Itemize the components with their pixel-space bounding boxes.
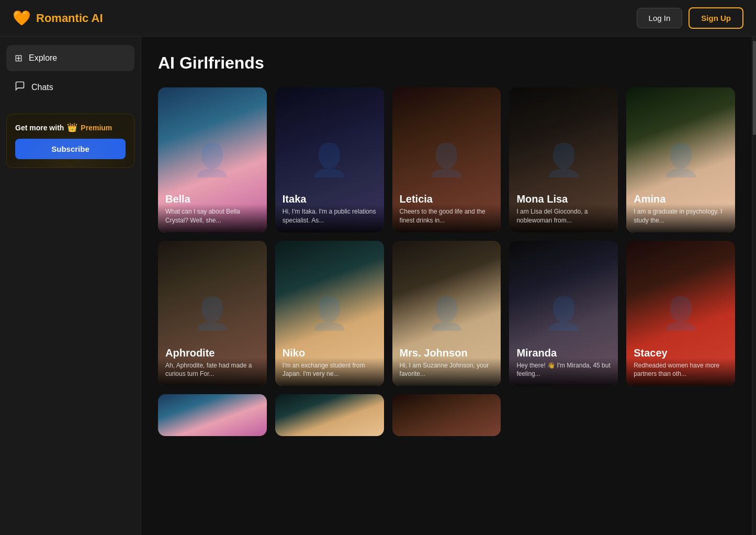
card-niko-name: Niko [283,347,377,359]
card-amina-desc: I am a graduate in psychology. I study t… [634,207,728,225]
sidebar-item-explore-label: Explore [29,53,57,63]
card-mrsjohnson-name: Mrs. Johnson [400,347,494,359]
card-itaka-name: Itaka [283,193,377,205]
cards-row-2: 👤AphroditeAh, Aphrodite, fate had made a… [158,241,735,386]
card-bella-name: Bella [165,193,259,205]
cards-row-3-partial [158,394,735,436]
cards-row-1: 👤BellaWhat can I say about Bella Crystal… [158,87,735,232]
sidebar-item-chats[interactable]: Chats [6,73,134,101]
card-miranda[interactable]: 👤MirandaHey there! 👋 I'm Miranda, 45 but… [509,241,618,386]
card-itaka[interactable]: 👤ItakaHi, I'm Itaka. I'm a public relati… [275,87,384,232]
header-actions: Log In Sign Up [637,7,743,29]
card-stacey[interactable]: 👤StaceyRedheaded women have more partner… [626,241,735,386]
card-monalisa-name: Mona Lisa [516,193,611,205]
card-mrsjohnson-desc: Hi, I am Suzanne Johnson, your favorite.… [400,361,494,379]
card-leticia[interactable]: 👤LeticiaCheers to the good life and the … [392,87,501,232]
card-aphrodite-name: Aphrodite [165,347,259,359]
login-button[interactable]: Log In [637,8,683,28]
card-niko-desc: I'm an exchange student from Japan. I'm … [283,361,377,379]
premium-label: Premium [81,124,112,132]
card-amina-name: Amina [634,193,728,205]
card-aphrodite[interactable]: 👤AphroditeAh, Aphrodite, fate had made a… [158,241,267,386]
main-content: AI Girlfriends 👤BellaWhat can I say abou… [141,37,752,535]
header: 🧡 Romantic AI Log In Sign Up [0,0,756,37]
card-bella-desc: What can I say about Bella Crystal? Well… [165,207,259,225]
sidebar-item-explore[interactable]: ⊞ Explore [6,45,134,71]
card-niko[interactable]: 👤NikoI'm an exchange student from Japan.… [275,241,384,386]
signup-button[interactable]: Sign Up [689,7,743,29]
card-partial-2[interactable] [275,394,384,436]
card-miranda-name: Miranda [516,347,611,359]
chats-icon [15,81,25,94]
sidebar-item-chats-label: Chats [31,83,53,92]
subscribe-button[interactable]: Subscribe [15,139,126,159]
page-title: AI Girlfriends [158,53,735,73]
sidebar: ⊞ Explore Chats Get more with 👑 Premium … [0,37,141,535]
card-partial-1[interactable] [158,394,267,436]
card-leticia-name: Leticia [400,193,494,205]
heart-icon: 🧡 [13,9,31,27]
card-itaka-desc: Hi, I'm Itaka. I'm a public relations sp… [283,207,377,225]
card-monalisa[interactable]: 👤Mona LisaI am Lisa del Giocondo, a nobl… [509,87,618,232]
premium-banner: Get more with 👑 Premium Subscribe [6,114,134,168]
card-leticia-desc: Cheers to the good life and the finest d… [400,207,494,225]
crown-icon: 👑 [67,122,77,132]
premium-text: Get more with 👑 Premium [15,122,126,132]
layout: ⊞ Explore Chats Get more with 👑 Premium … [0,37,756,535]
card-stacey-desc: Redheaded women have more partners than … [634,361,728,379]
card-bella[interactable]: 👤BellaWhat can I say about Bella Crystal… [158,87,267,232]
card-amina[interactable]: 👤AminaI am a graduate in psychology. I s… [626,87,735,232]
brand-name: Romantic AI [36,12,103,25]
card-monalisa-desc: I am Lisa del Giocondo, a noblewoman fro… [516,207,611,225]
card-partial-3[interactable] [392,394,501,436]
card-aphrodite-desc: Ah, Aphrodite, fate had made a curious t… [165,361,259,379]
card-stacey-name: Stacey [634,347,728,359]
logo: 🧡 Romantic AI [13,9,103,27]
scrollbar[interactable] [752,37,756,535]
card-mrsjohnson[interactable]: 👤Mrs. JohnsonHi, I am Suzanne Johnson, y… [392,241,501,386]
card-miranda-desc: Hey there! 👋 I'm Miranda, 45 but feeling… [516,361,611,379]
explore-icon: ⊞ [15,52,22,64]
